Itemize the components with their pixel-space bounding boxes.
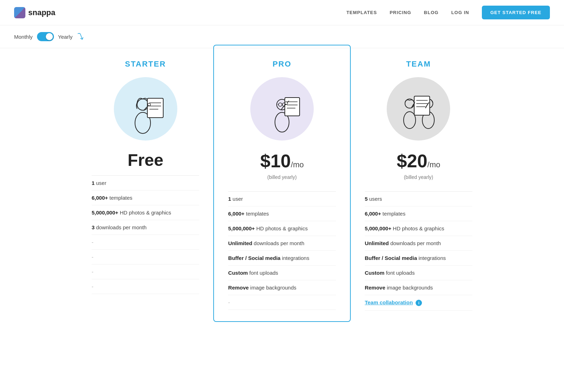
pro-price-value: $10/mo (260, 151, 304, 171)
logo-text: snappa (28, 8, 55, 17)
pro-features: 1 user 6,000+ templates 5,000,000+ HD ph… (228, 191, 336, 310)
plan-card-team: TEAM (351, 48, 486, 322)
starter-price-value: Free (128, 151, 163, 169)
team-collaboration-link[interactable]: Team collaboration (365, 299, 413, 305)
logo[interactable]: snappa (14, 7, 55, 18)
nav-login[interactable]: LOG IN (451, 10, 469, 15)
arrow-decoration: ⤵︎ (76, 31, 85, 43)
feature-item: 5 users (365, 192, 472, 206)
pro-title: PRO (228, 60, 336, 69)
feature-item: 6,000+ templates (92, 191, 199, 205)
feature-item: 5,000,000+ HD photos & graphics (365, 221, 472, 236)
svg-rect-27 (414, 96, 430, 115)
toggle-thumb (46, 33, 53, 40)
pricing-section: STARTER (70, 48, 494, 343)
feature-item: Remove image backgrounds (365, 280, 472, 295)
pro-svg (254, 81, 310, 137)
yearly-label: Yearly (58, 34, 73, 40)
feature-item: Unlimited downloads per month (228, 236, 336, 251)
team-title: TEAM (365, 60, 472, 69)
logo-icon (14, 7, 25, 18)
feature-item: Custom font uploads (228, 266, 336, 280)
feature-item: 1 user (92, 176, 199, 191)
feature-item: 6,000+ templates (228, 206, 336, 221)
starter-features: 1 user 6,000+ templates 5,000,000+ HD ph… (92, 175, 199, 294)
feature-dash: - (228, 295, 336, 310)
feature-item: 6,000+ templates (365, 206, 472, 221)
header: snappa TEMPLATES PRICING BLOG LOG IN GET… (0, 0, 564, 25)
feature-dash: - (92, 279, 199, 294)
plan-card-pro: PRO (213, 45, 350, 322)
nav-templates[interactable]: TEMPLATES (347, 10, 377, 15)
nav-blog[interactable]: BLOG (424, 10, 439, 15)
starter-illustration (114, 77, 177, 141)
feature-item: 5,000,000+ HD photos & graphics (228, 221, 336, 236)
team-features: 5 users 6,000+ templates 5,000,000+ HD p… (365, 191, 472, 311)
monthly-label: Monthly (14, 34, 33, 40)
pro-billed-note: (billed yearly) (228, 174, 336, 180)
plan-card-starter: STARTER (78, 48, 213, 322)
main-nav: TEMPLATES PRICING BLOG LOG IN GET STARTE… (347, 6, 550, 19)
pro-illustration (250, 77, 314, 141)
svg-line-14 (278, 104, 278, 105)
feature-dash: - (92, 250, 199, 265)
team-billed-note: (billed yearly) (365, 174, 472, 180)
feature-item: 1 user (228, 192, 336, 206)
feature-dash: - (92, 265, 199, 279)
starter-title: STARTER (92, 60, 199, 69)
team-price-value: $20/mo (397, 151, 440, 171)
get-started-button[interactable]: GET STARTED FREE (482, 6, 550, 19)
team-illustration (387, 77, 450, 141)
feature-item: 3 downloads per month (92, 220, 199, 235)
toggle-track (37, 32, 54, 41)
nav-pricing[interactable]: PRICING (390, 10, 411, 15)
svg-rect-16 (285, 98, 300, 116)
starter-price: Free (92, 150, 199, 170)
svg-rect-3 (147, 98, 163, 118)
starter-svg (117, 81, 174, 137)
feature-item: Buffer / Social media integrations (365, 251, 472, 266)
feature-dash: - (92, 235, 199, 250)
feature-item: Buffer / Social media integrations (228, 251, 336, 266)
feature-item: Unlimited downloads per month (365, 236, 472, 251)
pro-price: $10/mo (228, 150, 336, 172)
team-svg (390, 81, 447, 137)
feature-item: 5,000,000+ HD photos & graphics (92, 205, 199, 220)
feature-item: Remove image backgrounds (228, 280, 336, 295)
info-icon[interactable]: i (416, 300, 422, 306)
feature-item: Custom font uploads (365, 266, 472, 280)
team-price: $20/mo (365, 150, 472, 172)
team-collaboration-item: Team collaboration i (365, 295, 472, 311)
billing-toggle-switch[interactable] (37, 32, 54, 41)
